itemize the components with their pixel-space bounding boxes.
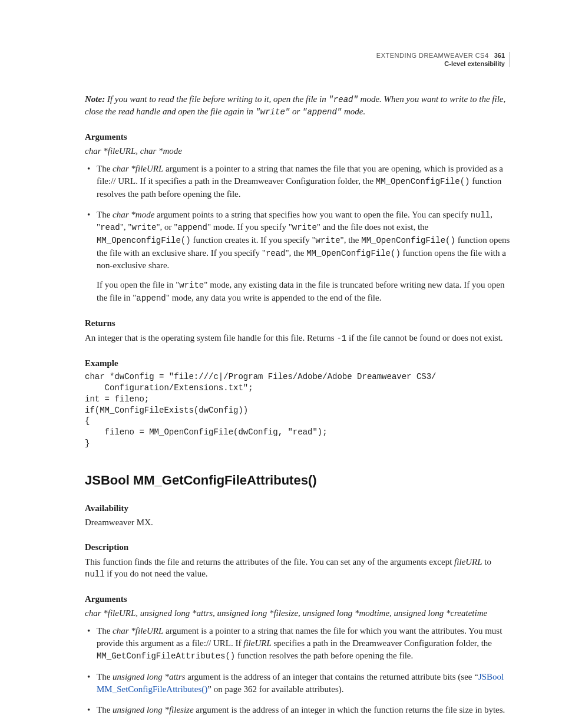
chapter-title: C-level extensibility: [376, 60, 505, 67]
availability-heading: Availability: [85, 502, 510, 514]
list-item: The char *fileURL argument is a pointer …: [97, 163, 510, 200]
doc-title: EXTENDING DREAMWEAVER CS4: [376, 52, 489, 59]
returns-heading: Returns: [85, 317, 510, 329]
arguments2-heading: Arguments: [85, 593, 510, 605]
arguments2-signature: char *fileURL, unsigned long *attrs, uns…: [85, 607, 510, 619]
arguments-signature: char *fileURL, char *mode: [85, 145, 510, 157]
arguments2-list: The char *fileURL argument is a pointer …: [85, 625, 510, 716]
availability-text: Dreamweaver MX.: [85, 516, 510, 528]
function-heading: JSBool MM_GetConfigFileAttributes(): [85, 472, 510, 489]
example-code: char *dwConfig = "file:///c|/Program Fil…: [85, 371, 510, 449]
returns-text: An integer that is the operating system …: [85, 332, 510, 344]
description-text: This function finds the file and returns…: [85, 556, 510, 580]
note-paragraph: Note: If you want to read the file befor…: [85, 93, 510, 118]
arguments-heading: Arguments: [85, 131, 510, 143]
page-number: 361: [491, 52, 505, 59]
list-item: The char *fileURL argument is a pointer …: [97, 625, 510, 663]
page-body: Note: If you want to read the file befor…: [85, 93, 510, 716]
list-item: The unsigned long *attrs argument is the…: [97, 671, 510, 696]
note-label: Note:: [85, 94, 105, 104]
arguments-list: The char *fileURL argument is a pointer …: [85, 163, 510, 304]
description-heading: Description: [85, 541, 510, 553]
list-item: The unsigned long *filesize argument is …: [97, 704, 510, 716]
page-header: EXTENDING DREAMWEAVER CS4 361 C-level ex…: [376, 52, 510, 67]
example-heading: Example: [85, 357, 510, 369]
list-item: The char *mode argument points to a stri…: [97, 209, 510, 305]
document-page: EXTENDING DREAMWEAVER CS4 361 C-level ex…: [0, 0, 562, 728]
